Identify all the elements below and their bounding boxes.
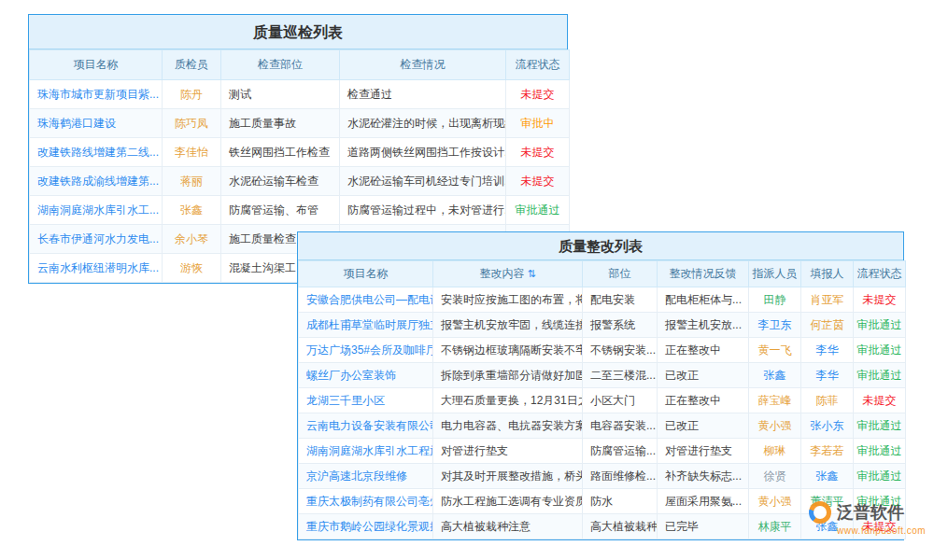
project-name-cell[interactable]: 云南电力设备安装有限公司20... bbox=[299, 413, 433, 439]
project-name-cell[interactable]: 珠海鹤港口建设 bbox=[30, 109, 163, 138]
rectification-table: 项目名称 整改内容⇅ 部位 整改情况反馈 指派人员 填报人 流程状态 安徽合肥供… bbox=[298, 260, 906, 539]
status-cell: 审批通过 bbox=[506, 196, 570, 225]
feedback-cell: 屋面采用聚氨... bbox=[658, 489, 749, 514]
project-name-cell[interactable]: 珠海市城市更新项目紫... bbox=[30, 80, 163, 109]
rectify-content-cell: 电力电容器、电抗器安装方案,... bbox=[433, 413, 583, 439]
project-name-cell[interactable]: 京沪高速北京段维修 bbox=[299, 464, 433, 489]
inspector-cell: 陈丹 bbox=[163, 80, 221, 109]
feedback-cell: 已改正 bbox=[658, 413, 749, 439]
table-row[interactable]: 龙湖三千里小区 大理石质量更换，12月31日之... 小区大门 正在整改中 薛宝… bbox=[299, 388, 906, 413]
table-row[interactable]: 改建铁路线增建第二线... 李佳怡 铁丝网围挡工作检查 道路两侧铁丝网围挡工作按… bbox=[30, 138, 570, 167]
col-flow-status: 流程状态 bbox=[854, 261, 906, 287]
check-situation-cell: 防腐管运输过程中，未对管进行... bbox=[340, 196, 506, 225]
table-row[interactable]: 珠海市城市更新项目紫... 陈丹 测试 检查通过 未提交 bbox=[30, 80, 570, 109]
assignee-cell: 林康平 bbox=[749, 514, 801, 539]
status-cell: 未提交 bbox=[854, 388, 906, 413]
col-project-name: 项目名称 bbox=[299, 261, 433, 287]
project-name-cell[interactable]: 成都杜甫草堂临时展厅独立展... bbox=[299, 313, 433, 338]
rectify-content-cell: 高大植被栽种注意 bbox=[433, 514, 583, 539]
table-row[interactable]: 万达广场35#会所及咖啡厅空... 不锈钢边框玻璃隔断安装不牢... 不锈钢安装… bbox=[299, 338, 906, 363]
reporter-cell: 李华 bbox=[801, 338, 854, 363]
table-row[interactable]: 湖南洞庭湖水库引水工程施工环... 对管进行垫支 防腐管运输... 对管进行垫支… bbox=[299, 439, 906, 464]
project-name-cell[interactable]: 螺丝厂办公室装饰 bbox=[299, 363, 433, 388]
part-cell: 不锈钢安装... bbox=[583, 338, 658, 363]
assignee-cell: 薛宝峰 bbox=[749, 388, 801, 413]
check-situation-cell: 水泥砼灌注的时候，出现离析现象 bbox=[340, 109, 506, 138]
col-assignee: 指派人员 bbox=[749, 261, 801, 287]
col-rectify-content-label: 整改内容 bbox=[479, 267, 524, 280]
table-row[interactable]: 成都杜甫草堂临时展厅独立展... 报警主机安放牢固，线缆连接... 报警系统 报… bbox=[299, 313, 906, 338]
rectify-content-cell: 报警主机安放牢固，线缆连接... bbox=[433, 313, 583, 338]
check-part-cell: 防腐管运输、布管 bbox=[221, 196, 340, 225]
project-name-cell[interactable]: 改建铁路成渝线增建第... bbox=[30, 167, 163, 196]
part-cell: 小区大门 bbox=[583, 388, 658, 413]
project-name-cell[interactable]: 湖南洞庭湖水库引水工... bbox=[30, 196, 163, 225]
table-row[interactable]: 云南电力设备安装有限公司20... 电力电容器、电抗器安装方案,... 电容器安… bbox=[299, 413, 906, 439]
inspector-cell: 余小琴 bbox=[163, 225, 221, 254]
assignee-cell: 张鑫 bbox=[749, 363, 801, 388]
status-cell: 未提交 bbox=[854, 287, 906, 313]
feedback-cell: 对管进行垫支 bbox=[658, 439, 749, 464]
panel-title: 质量巡检列表 bbox=[29, 15, 567, 49]
project-name-cell[interactable]: 重庆市鹅岭公园绿化景观提升... bbox=[299, 514, 433, 539]
check-situation-cell: 水泥砼运输车司机经过专门培训... bbox=[340, 167, 506, 196]
project-name-cell[interactable]: 长春市伊通河水力发电... bbox=[30, 225, 163, 254]
part-cell: 路面维修检... bbox=[583, 464, 658, 489]
part-cell: 配电安装 bbox=[583, 287, 658, 313]
vendor-watermark: 泛普软件 www.fanpusoft.com bbox=[809, 501, 926, 536]
check-part-cell: 测试 bbox=[221, 80, 340, 109]
project-name-cell[interactable]: 改建铁路线增建第二线... bbox=[30, 138, 163, 167]
table-header-row: 项目名称 质检员 检查部位 检查情况 流程状态 bbox=[30, 50, 570, 80]
feedback-cell: 正在整改中 bbox=[658, 338, 749, 363]
table-row[interactable]: 螺丝厂办公室装饰 拆除到承重墙部分请做好加固... 二至三楼混... 已改正 张… bbox=[299, 363, 906, 388]
project-name-cell[interactable]: 万达广场35#会所及咖啡厅空... bbox=[299, 338, 433, 363]
part-cell: 报警系统 bbox=[583, 313, 658, 338]
check-part-cell: 施工质量事故 bbox=[221, 109, 340, 138]
status-cell: 审批通过 bbox=[854, 439, 906, 464]
status-cell: 审批中 bbox=[506, 109, 570, 138]
part-cell: 电容器安装... bbox=[583, 413, 658, 439]
table-row[interactable]: 珠海鹤港口建设 陈巧凤 施工质量事故 水泥砼灌注的时候，出现离析现象 审批中 bbox=[30, 109, 570, 138]
project-name-cell[interactable]: 云南水利枢纽潜明水库... bbox=[30, 254, 163, 283]
inspector-cell: 陈巧凤 bbox=[163, 109, 221, 138]
project-name-cell[interactable]: 龙湖三千里小区 bbox=[299, 388, 433, 413]
col-flow-status: 流程状态 bbox=[506, 50, 570, 80]
reporter-cell: 陈菲 bbox=[801, 388, 854, 413]
col-check-situation: 检查情况 bbox=[340, 50, 506, 80]
table-row[interactable]: 京沪高速北京段维修 对其及时开展整改措施，桥头... 路面维修检... 补齐缺失… bbox=[299, 464, 906, 489]
part-cell: 防腐管运输... bbox=[583, 439, 658, 464]
sort-icon[interactable]: ⇅ bbox=[527, 268, 535, 279]
project-name-cell[interactable]: 重庆太极制药有限公司亳州中... bbox=[299, 489, 433, 514]
project-name-cell[interactable]: 安徽合肥供电公司—配电设备... bbox=[299, 287, 433, 313]
fanpu-logo-icon bbox=[809, 501, 831, 524]
status-cell: 未提交 bbox=[506, 138, 570, 167]
part-cell: 高大植被栽种 bbox=[583, 514, 658, 539]
status-cell: 审批通过 bbox=[854, 363, 906, 388]
assignee-cell: 黄小强 bbox=[749, 489, 801, 514]
inspector-cell: 蒋丽 bbox=[163, 167, 221, 196]
check-situation-cell: 检查通过 bbox=[340, 80, 506, 109]
col-rectify-content[interactable]: 整改内容⇅ bbox=[433, 261, 583, 287]
inspector-cell: 李佳怡 bbox=[163, 138, 221, 167]
assignee-cell: 徐贤 bbox=[749, 464, 801, 489]
part-cell: 二至三楼混... bbox=[583, 363, 658, 388]
col-project-name: 项目名称 bbox=[30, 50, 163, 80]
reporter-cell: 李华 bbox=[801, 363, 854, 388]
vendor-brand: 泛普软件 bbox=[837, 501, 904, 524]
status-cell: 审批通过 bbox=[854, 338, 906, 363]
status-cell: 审批通过 bbox=[854, 313, 906, 338]
table-row[interactable]: 湖南洞庭湖水库引水工... 张鑫 防腐管运输、布管 防腐管运输过程中，未对管进行… bbox=[30, 196, 570, 225]
rectify-content-cell: 拆除到承重墙部分请做好加固... bbox=[433, 363, 583, 388]
status-cell: 未提交 bbox=[506, 167, 570, 196]
rectify-content-cell: 防水工程施工选调有专业资质... bbox=[433, 489, 583, 514]
inspector-cell: 游恢 bbox=[163, 254, 221, 283]
assignee-cell: 李卫东 bbox=[749, 313, 801, 338]
reporter-cell: 张小东 bbox=[801, 413, 854, 439]
table-row[interactable]: 安徽合肥供电公司—配电设备... 安装时应按施工图的布置，将... 配电安装 配… bbox=[299, 287, 906, 313]
panel-title: 质量整改列表 bbox=[298, 232, 903, 260]
project-name-cell[interactable]: 湖南洞庭湖水库引水工程施工环... bbox=[299, 439, 433, 464]
table-row[interactable]: 改建铁路成渝线增建第... 蒋丽 水泥砼运输车检查 水泥砼运输车司机经过专门培训… bbox=[30, 167, 570, 196]
col-feedback: 整改情况反馈 bbox=[658, 261, 749, 287]
col-reporter: 填报人 bbox=[801, 261, 854, 287]
part-cell: 防水 bbox=[583, 489, 658, 514]
